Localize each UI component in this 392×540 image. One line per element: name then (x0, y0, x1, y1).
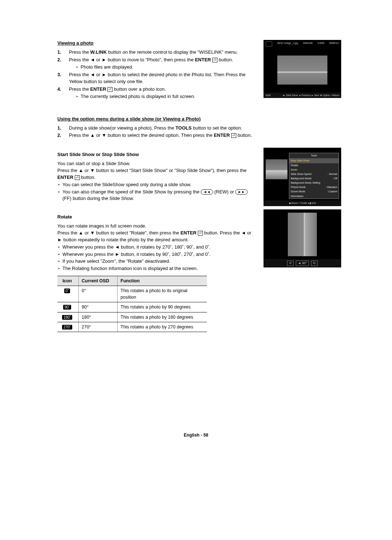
photo-thumbnail (266, 159, 287, 179)
step-item: 4.Press the ENTER ⏎ button over a photo … (57, 86, 257, 101)
degree-badge: 90˚ (63, 305, 71, 310)
degree-badge: 0˚ (64, 289, 70, 293)
screenshot-photo-fullscreen: 20/22 Image_1.jpg 440x440 2.0KB 2008/1/1… (264, 40, 341, 98)
rotate-cw-icon: ↻ (311, 261, 318, 266)
photo-rotated (288, 213, 317, 256)
tools-menu-item: Picture Mode: Standard (289, 185, 339, 189)
file-index: 20/22 (277, 42, 283, 44)
subsection-title: Rotate (57, 214, 257, 221)
table-row: 0˚0°This rotates a photo to its original… (57, 286, 207, 302)
rew-icon: ◄◄ (201, 189, 213, 195)
degree-badge: 180˚ (62, 315, 72, 320)
tools-menu-item: Slide Show Speed: Normal (289, 172, 339, 176)
tools-menu-item: Rotate (289, 163, 339, 168)
tip-line: ➢The Rotating function information icon … (57, 265, 257, 272)
table-row: 270˚270°This rotates a photo by 270 degr… (57, 322, 207, 332)
section-title: Using the option menu during a slide sho… (57, 116, 341, 123)
section-title: Viewing a photo (57, 40, 257, 47)
table-row: 90˚90°This rotates a photo by 90 degrees (57, 302, 207, 312)
manual-page: Viewing a photo 1.Press the W.LINK butto… (0, 0, 392, 540)
tools-menu-item: Background Music: Off (289, 176, 339, 181)
section-option-menu: Using the option menu during a slide sho… (57, 116, 341, 139)
rotation-degree: 90° (302, 261, 307, 265)
subsection-body: You can rotate images in full screen mod… (57, 223, 257, 244)
tools-menu-item: Information (289, 194, 339, 199)
hint-bar: ◆ Move ⏎ Enter ▸▮ Exit (264, 200, 341, 206)
resolution: 440x440 (303, 41, 313, 46)
enter-icon: ⏎ (75, 175, 80, 180)
rotate-ccw-icon: ↺ (287, 261, 294, 266)
enter-icon: ⏎ (231, 133, 236, 138)
tip-line: ➢You can also change the speed of the Sl… (57, 189, 257, 202)
th-osd: Current OSD (79, 276, 118, 286)
tools-title: Tools (289, 153, 339, 159)
screenshot-tools-menu: Tools Stop Slide ShowRotateZoomSlide Sho… (264, 148, 341, 206)
enter-icon: ⏎ (198, 231, 203, 236)
section-viewing-photo: Viewing a photo 1.Press the W.LINK butto… (57, 40, 257, 103)
storage-label: SUM (265, 94, 270, 97)
arrow-left-icon: ◄ (298, 261, 301, 265)
file-size: 2.0KB (317, 41, 324, 46)
ff-icon: ►► (235, 189, 248, 195)
step-item: 2.Press the ▲ or ▼ button to select the … (57, 132, 341, 139)
subsection-title: Start Slide Show or Stop Slide Show (57, 151, 257, 158)
subsection-body: You can start or stop a Slide Show.Press… (57, 160, 257, 181)
step-item: 3.Press the ◄ or ► button to select the … (57, 71, 257, 85)
tip-line: ➢You can select the SlideShow speed only… (57, 181, 257, 188)
tools-menu-item: Stop Slide Show (289, 159, 339, 163)
enter-icon: ⏎ (107, 87, 113, 92)
step-item: 1.During a slide show(or viewing a photo… (57, 125, 341, 132)
screenshot-rotate: ↺ ◄ 90° ↻ (264, 209, 341, 267)
step-item: 1.Press the W.LINK button on the remote … (57, 49, 257, 56)
tools-menu-item: Sound Mode: Custom (289, 189, 339, 194)
hint-bar: ⏯ Slide Show ◄ Previous ► Next 🛠 Option … (283, 94, 339, 97)
step-item: 2.Press the ◄ or ► button to move to "Ph… (57, 57, 257, 71)
file-icon (266, 41, 272, 46)
file-name: Image_1.jpg (284, 42, 298, 44)
th-function: Function (118, 276, 207, 286)
tip-line: ➢Whenever you press the ► button, it rot… (57, 251, 257, 258)
rotate-table: Icon Current OSD Function 0˚0°This rotat… (57, 276, 207, 332)
tip-line: ➢If you have select "Zoom", the "Rotate"… (57, 258, 257, 265)
note-line: ➢The currently selected photo is display… (75, 93, 257, 100)
table-row: 180˚180°This rotates a photo by 180 degr… (57, 312, 207, 322)
th-icon: Icon (57, 276, 79, 286)
photo-preview (277, 56, 327, 85)
degree-badge: 270˚ (62, 325, 72, 330)
note-line: ➢Photo files are displayed. (75, 64, 257, 71)
tools-menu-item: Background Music Setting (289, 181, 339, 185)
file-date: 2008/1/1 (329, 41, 339, 46)
tip-line: ➢Whenever you press the ◄ button, it rot… (57, 244, 257, 251)
tools-menu-item: Zoom (289, 168, 339, 172)
tools-menu: Tools Stop Slide ShowRotateZoomSlide Sho… (289, 153, 339, 199)
enter-icon: ⏎ (212, 58, 217, 62)
page-footer: English - 58 (0, 432, 392, 438)
